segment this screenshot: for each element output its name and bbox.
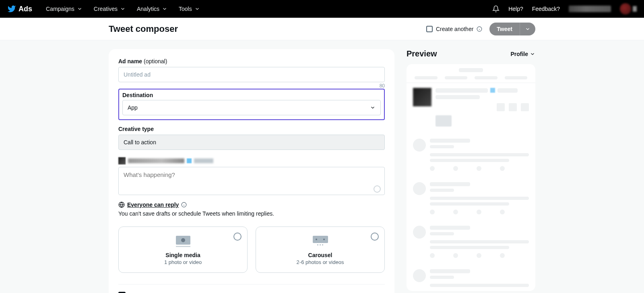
user-handle-redacted [194, 158, 213, 163]
info-icon [181, 202, 187, 208]
account-avatar[interactable] [620, 3, 631, 15]
preview-featured-item [413, 88, 529, 127]
nav-analytics[interactable]: Analytics [131, 6, 173, 12]
media-option-sub: 2-6 photos or videos [261, 259, 380, 265]
tweet-char-counter-icon [374, 185, 381, 193]
page-title: Tweet composer [109, 24, 178, 34]
nav-item-label: Creatives [94, 6, 118, 12]
preview-view-mode-dropdown[interactable]: Profile [510, 51, 535, 57]
preview-card [407, 64, 535, 291]
creative-type-label: Creative type [118, 126, 385, 132]
nav-tools[interactable]: Tools [173, 6, 206, 12]
preview-feed-item [413, 220, 529, 264]
twitter-bird-icon [7, 4, 16, 13]
radio-unchecked[interactable] [233, 233, 242, 241]
creative-type-select: Call to action [118, 135, 385, 150]
nav-creatives[interactable]: Creatives [88, 6, 131, 12]
single-media-icon [175, 236, 191, 248]
create-another-label: Create another [436, 26, 473, 32]
tweet-text-input[interactable] [118, 167, 385, 195]
top-nav: Ads Campaigns Creatives Analytics Tools … [0, 0, 644, 18]
user-badge-redacted [187, 158, 192, 163]
preview-panel: Preview Profile [407, 49, 535, 291]
preview-feed-item [413, 133, 529, 177]
reply-note: You can't save drafts or schedule Tweets… [118, 210, 385, 217]
preview-view-mode-label: Profile [510, 51, 528, 57]
user-name-redacted [128, 158, 184, 163]
destination-label: Destination [122, 92, 381, 98]
destination-value: App [128, 104, 138, 111]
destination-select[interactable]: App [122, 100, 381, 115]
globe-icon [118, 202, 125, 208]
ad-name-char-count: 80 [118, 83, 385, 89]
logo[interactable]: Ads [7, 4, 32, 13]
account-menu-icon[interactable] [633, 6, 637, 12]
nav-campaigns[interactable]: Campaigns [40, 6, 88, 12]
chevron-down-icon [525, 26, 530, 32]
creative-type-value: Call to action [124, 139, 156, 145]
create-another-toggle[interactable]: Create another [426, 26, 482, 32]
chevron-down-icon [194, 6, 200, 12]
media-option-carousel[interactable]: Carousel 2-6 photos or videos [256, 227, 385, 273]
notifications-icon[interactable] [492, 5, 500, 12]
composer-card: Ad name (optional) 80 Destination App Cr… [109, 49, 394, 293]
reply-setting-link[interactable]: Everyone can reply [127, 202, 179, 208]
destination-field-highlight: Destination App [118, 89, 385, 120]
media-option-title: Carousel [261, 252, 380, 258]
chevron-down-icon [530, 51, 535, 57]
preview-feed-item [413, 177, 529, 220]
chevron-down-icon [370, 105, 376, 110]
info-icon [477, 26, 482, 32]
tweet-button-group: Tweet [489, 23, 535, 35]
divider [118, 284, 385, 285]
nav-item-label: Analytics [137, 6, 159, 12]
composer-user-row [118, 157, 385, 164]
checkbox-unchecked[interactable] [426, 26, 433, 32]
nav-item-label: Campaigns [46, 6, 74, 12]
radio-unchecked[interactable] [371, 233, 379, 241]
chevron-down-icon [77, 6, 83, 12]
chevron-down-icon [162, 6, 167, 12]
ad-name-label: Ad name (optional) [118, 58, 385, 64]
help-link[interactable]: Help? [508, 6, 523, 12]
tweet-button[interactable]: Tweet [489, 23, 520, 35]
page-header: Tweet composer Create another Tweet [0, 18, 644, 40]
preview-title: Preview [407, 49, 437, 58]
preview-feed-item [413, 264, 529, 289]
account-name-redacted[interactable] [569, 6, 611, 12]
ad-name-input[interactable] [118, 67, 385, 82]
media-type-options: Single media 1 photo or video Carousel 2… [118, 227, 385, 273]
nav-item-label: Tools [179, 6, 192, 12]
chevron-down-icon [120, 6, 126, 12]
reply-setting-row: Everyone can reply [118, 202, 385, 208]
user-avatar-redacted [118, 157, 126, 164]
feedback-link[interactable]: Feedback? [532, 6, 560, 12]
media-option-title: Single media [124, 252, 242, 258]
media-option-single[interactable]: Single media 1 photo or video [118, 227, 248, 273]
logo-text: Ads [19, 5, 32, 13]
carousel-media-icon [312, 236, 328, 248]
preview-avatar-redacted [413, 88, 431, 106]
media-option-sub: 1 photo or video [124, 259, 242, 265]
tweet-button-dropdown[interactable] [520, 23, 535, 35]
